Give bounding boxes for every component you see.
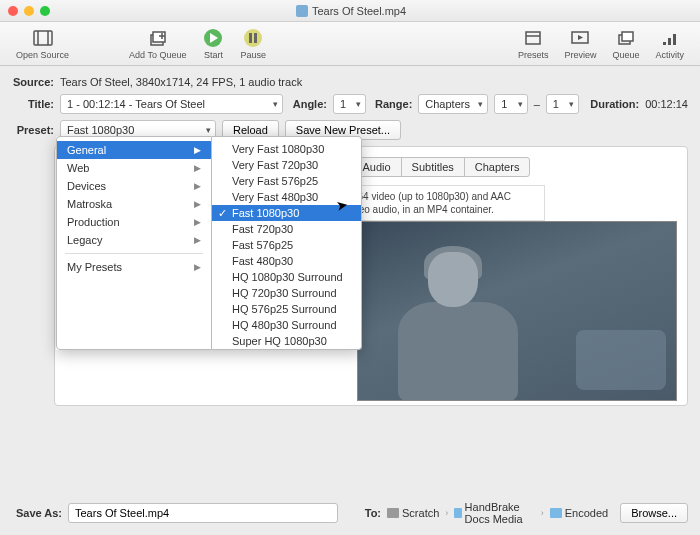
queue-button[interactable]: Queue [606,25,645,62]
preset-category-general[interactable]: General▶ [57,141,211,159]
presets-button[interactable]: Presets [512,25,555,62]
titlebar: Tears Of Steel.mp4 [0,0,700,22]
preset-item[interactable]: Fast 720p30 [212,221,361,237]
save-as-label: Save As: [12,507,62,519]
preset-label: Preset: [12,124,54,136]
range-from-select[interactable]: 1 [494,94,527,114]
svg-rect-20 [673,34,676,45]
preview-button[interactable]: Preview [558,25,602,62]
preset-item[interactable]: HQ 576p25 Surround [212,301,361,317]
path-segment-2[interactable]: Encoded [550,507,608,519]
window-title-text: Tears Of Steel.mp4 [312,5,406,17]
preset-category-web[interactable]: Web▶ [57,159,211,177]
zoom-window-button[interactable] [40,6,50,16]
pause-label: Pause [240,50,266,60]
folder-icon [550,508,562,518]
svg-marker-15 [578,35,583,40]
add-to-queue-label: Add To Queue [129,50,186,60]
preset-item[interactable]: Very Fast 720p30 [212,157,361,173]
path-text-0: Scratch [402,507,439,519]
save-as-input[interactable] [68,503,338,523]
add-to-queue-button[interactable]: Add To Queue [123,25,192,62]
title-label: Title: [12,98,54,110]
path-segment-1[interactable]: HandBrake Docs Media [454,501,534,525]
svg-point-9 [244,29,262,47]
range-dash: – [534,98,540,110]
preset-sub-list: Very Fast 1080p30Very Fast 720p30Very Fa… [212,136,362,350]
svg-rect-11 [254,33,257,43]
preset-item[interactable]: HQ 720p30 Surround [212,285,361,301]
presets-label: Presets [518,50,549,60]
angle-value: 1 [340,98,346,110]
preset-category-list: General▶Web▶Devices▶Matroska▶Production▶… [56,136,212,350]
toolbar: Open Source Add To Queue Start Pause Pre… [0,22,700,66]
activity-label: Activity [655,50,684,60]
source-label: Source: [12,76,54,88]
path-segment-0[interactable]: Scratch [387,507,439,519]
path-text-1: HandBrake Docs Media [465,501,535,525]
pause-button[interactable]: Pause [234,25,272,62]
activity-button[interactable]: Activity [649,25,690,62]
folder-icon [454,508,461,518]
preset-item[interactable]: HQ 480p30 Surround [212,317,361,333]
minimize-window-button[interactable] [24,6,34,16]
svg-rect-18 [663,42,666,45]
file-icon [296,5,308,17]
range-from-value: 1 [501,98,507,110]
preset-item[interactable]: Fast 576p25 [212,237,361,253]
preset-item[interactable]: HQ 1080p30 Surround [212,269,361,285]
range-type-value: Chapters [425,98,470,110]
preset-category-production[interactable]: Production▶ [57,213,211,231]
range-to-value: 1 [553,98,559,110]
title-select[interactable]: 1 - 00:12:14 - Tears Of Steel [60,94,283,114]
preset-category-devices[interactable]: Devices▶ [57,177,211,195]
close-window-button[interactable] [8,6,18,16]
video-preview [357,221,677,401]
window-title: Tears Of Steel.mp4 [50,5,652,17]
open-source-button[interactable]: Open Source [10,25,75,62]
title-value: 1 - 00:12:14 - Tears Of Steel [67,98,205,110]
preset-item[interactable]: Very Fast 1080p30 [212,141,361,157]
range-to-select[interactable]: 1 [546,94,579,114]
svg-rect-10 [249,33,252,43]
start-label: Start [204,50,223,60]
path-text-2: Encoded [565,507,608,519]
browse-button[interactable]: Browse... [620,503,688,523]
queue-label: Queue [612,50,639,60]
source-value: Tears Of Steel, 3840x1714, 24 FPS, 1 aud… [60,76,302,88]
range-type-select[interactable]: Chapters [418,94,488,114]
svg-rect-19 [668,38,671,45]
play-icon [202,27,224,49]
tab-chapters[interactable]: Chapters [464,157,531,177]
preset-category-legacy[interactable]: Legacy▶ [57,231,211,249]
angle-select[interactable]: 1 [333,94,366,114]
preset-category-my-presets[interactable]: My Presets▶ [57,258,211,276]
preview-icon [569,27,591,49]
preset-dropdown: General▶Web▶Devices▶Matroska▶Production▶… [56,136,362,350]
preset-category-matroska[interactable]: Matroska▶ [57,195,211,213]
window-controls [8,6,50,16]
drive-icon [387,508,399,518]
svg-rect-4 [153,32,165,42]
preset-description: H.264 video (up to 1080p30) and AAC ster… [335,185,545,221]
preview-label: Preview [564,50,596,60]
range-label: Range: [372,98,412,110]
duration-label: Duration: [585,98,639,110]
preset-item[interactable]: Fast 480p30 [212,253,361,269]
start-button[interactable]: Start [196,25,230,62]
cursor-icon: ➤ [335,196,350,214]
preset-item[interactable]: Super HQ 1080p30 Surround [212,333,361,350]
svg-rect-17 [622,32,633,41]
preset-item[interactable]: Very Fast 576p25 [212,173,361,189]
presets-icon [522,27,544,49]
preset-value: Fast 1080p30 [67,124,134,136]
duration-value: 00:12:14 [645,98,688,110]
queue-icon [615,27,637,49]
chevron-right-icon: › [541,508,544,518]
tab-subtitles[interactable]: Subtitles [401,157,465,177]
add-queue-icon [147,27,169,49]
bottom-bar: Save As: To: Scratch › HandBrake Docs Me… [12,501,688,525]
to-label: To: [361,507,381,519]
open-source-label: Open Source [16,50,69,60]
svg-rect-0 [34,31,52,45]
